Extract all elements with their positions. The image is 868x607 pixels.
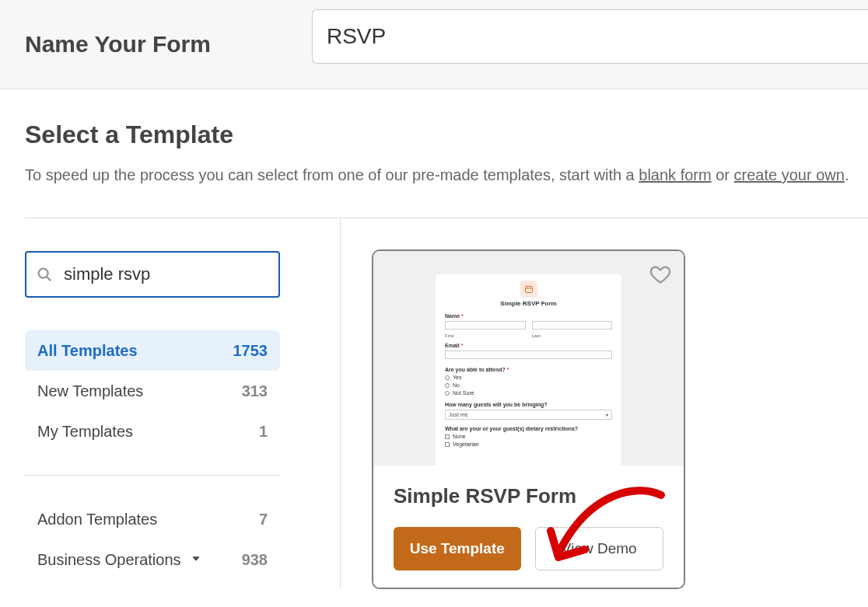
view-demo-button[interactable]: View Demo — [535, 527, 664, 570]
svg-point-0 — [39, 269, 48, 278]
section-subtitle: To speed up the process you can select f… — [25, 163, 868, 187]
template-preview-thumb: Simple RSVP Form Name First Last Email A… — [436, 274, 621, 466]
template-card-title: Simple RSVP Form — [394, 484, 663, 508]
sidebar-item-addon-templates[interactable]: Addon Templates 7 — [25, 499, 280, 539]
search-icon — [36, 266, 53, 283]
category-list-top: All Templates 1753 New Templates 313 My … — [25, 330, 304, 452]
heart-icon[interactable] — [649, 263, 671, 285]
sidebar-divider — [25, 475, 280, 476]
sidebar-item-new-templates[interactable]: New Templates 313 — [25, 371, 280, 411]
calendar-icon — [524, 284, 534, 294]
form-name-input[interactable] — [312, 9, 868, 64]
sidebar-item-count: 1753 — [233, 342, 268, 360]
sidebar-item-label: New Templates — [37, 382, 143, 400]
search-input[interactable] — [25, 251, 280, 298]
use-template-button[interactable]: Use Template — [394, 527, 521, 570]
sidebar-item-label: All Templates — [37, 342, 138, 360]
sidebar-item-label: Business Operations — [37, 551, 181, 568]
page-title: Name Your Form — [25, 31, 211, 58]
chevron-down-icon — [190, 553, 202, 565]
sidebar-item-count: 7 — [259, 511, 268, 529]
sidebar-item-all-templates[interactable]: All Templates 1753 — [25, 330, 280, 371]
template-area: Simple RSVP Form Name First Last Email A… — [341, 218, 868, 589]
section-title: Select a Template — [25, 120, 868, 149]
svg-line-1 — [47, 277, 51, 281]
sidebar-item-my-templates[interactable]: My Templates 1 — [25, 411, 280, 452]
category-list-bottom: Addon Templates 7 Business Operations 93… — [25, 499, 304, 580]
svg-rect-2 — [525, 287, 532, 293]
create-own-link[interactable]: create your own — [734, 166, 845, 183]
blank-form-link[interactable]: blank form — [639, 166, 711, 183]
sidebar-item-label: My Templates — [37, 423, 133, 441]
sidebar-item-count: 1 — [259, 423, 268, 441]
sidebar: All Templates 1753 New Templates 313 My … — [25, 218, 341, 589]
sidebar-item-count: 313 — [242, 382, 268, 400]
sidebar-item-count: 938 — [242, 551, 268, 569]
template-preview: Simple RSVP Form Name First Last Email A… — [373, 251, 684, 466]
sidebar-item-label: Addon Templates — [37, 511, 157, 529]
template-card[interactable]: Simple RSVP Form Name First Last Email A… — [372, 249, 685, 589]
sidebar-item-business-operations[interactable]: Business Operations 938 — [25, 539, 280, 580]
